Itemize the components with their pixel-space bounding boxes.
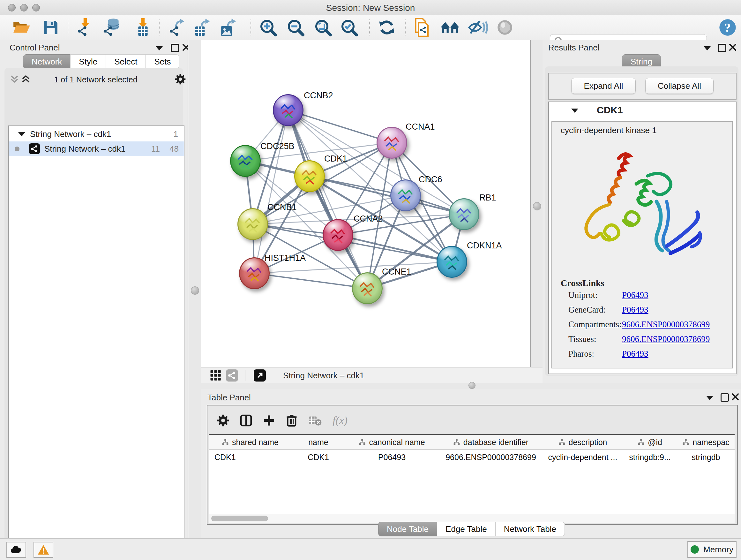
warning-button[interactable] (33, 542, 53, 558)
string-view-icon[interactable] (226, 369, 238, 381)
tree-expander-icon[interactable] (18, 132, 25, 136)
table-cell[interactable]: stringdb (677, 450, 735, 464)
column-header-shared-name[interactable]: shared name (209, 435, 292, 450)
tab-network[interactable]: Network (23, 54, 71, 69)
table-hscrollbar[interactable] (209, 514, 735, 523)
horizontal-splitter-handle[interactable] (468, 382, 475, 389)
network-node-cdkn1a[interactable] (436, 246, 467, 278)
table-cell[interactable]: cyclin-dependent ... (543, 450, 623, 464)
network-node-ccnb1[interactable] (238, 208, 268, 240)
tab-network-table[interactable]: Network Table (495, 522, 565, 537)
cloud-button[interactable] (6, 542, 26, 558)
node-label-ccna2: CCNA2 (354, 214, 383, 224)
collapse-all-networks-icon[interactable] (10, 74, 19, 84)
zoom-out-icon[interactable] (286, 18, 305, 37)
network-node-cdc25b[interactable] (230, 145, 261, 177)
sphere-icon[interactable] (496, 18, 513, 37)
network-row-selected[interactable]: String Network – cdk1 11 48 (9, 141, 184, 156)
tab-node-table[interactable]: Node Table (378, 522, 437, 537)
columns-icon[interactable] (240, 415, 252, 427)
open-session-icon[interactable] (12, 18, 30, 37)
import-network-database-icon[interactable] (103, 18, 123, 37)
plus-icon[interactable] (263, 415, 275, 427)
float-panel-button[interactable] (704, 46, 711, 51)
column-header--id[interactable]: @id (623, 435, 677, 450)
tab-sets[interactable]: Sets (145, 54, 179, 69)
right-splitter[interactable] (530, 40, 543, 383)
memory-button[interactable]: Memory (687, 541, 737, 558)
eye-slash-icon[interactable] (467, 18, 488, 37)
network-collection-row[interactable]: String Network – cdk1 1 (9, 127, 184, 141)
window-title: Session: New Session (0, 3, 741, 13)
table-cell[interactable]: stringdb:9... (623, 450, 677, 464)
table-cell[interactable]: CDK1 (209, 450, 292, 464)
left-splitter[interactable] (188, 40, 202, 538)
float-panel-button[interactable] (156, 46, 163, 51)
network-canvas[interactable]: CCNB2CCNA1CDC25BCDK1CDC6RB1CCNB1CCNA2CDK… (201, 40, 530, 367)
crosslink-link[interactable]: P06493 (622, 349, 649, 359)
delete-table-icon[interactable] (308, 415, 322, 426)
maximize-panel-button[interactable] (718, 44, 726, 52)
import-table-icon[interactable] (135, 18, 151, 37)
column-header-canonical-name[interactable]: canonical name (345, 435, 439, 450)
right-splitter-handle[interactable] (533, 202, 541, 210)
table-cell[interactable]: P06493 (345, 450, 439, 464)
function-icon[interactable]: f(x) (333, 415, 347, 427)
refresh-icon[interactable] (378, 18, 396, 37)
network-edge[interactable] (338, 235, 452, 262)
tab-edge-table[interactable]: Edge Table (437, 522, 495, 537)
column-header-database-identifier[interactable]: database identifier (439, 435, 543, 450)
grid-view-icon[interactable] (210, 370, 221, 381)
column-header-name[interactable]: name (292, 435, 345, 450)
zoom-selected-icon[interactable] (340, 18, 358, 37)
network-options-gear-icon[interactable] (175, 74, 186, 84)
network-node-cdk1[interactable] (294, 160, 325, 192)
zoom-fit-icon[interactable] (314, 18, 332, 37)
tab-style[interactable]: Style (70, 54, 106, 69)
crosslink-link[interactable]: 9606.ENSP00000378699 (622, 334, 710, 344)
crosslink-link[interactable]: P06493 (622, 290, 649, 300)
close-panel-button[interactable] (729, 43, 737, 51)
network-node-rb1[interactable] (449, 198, 479, 230)
crosslink-link[interactable]: P06493 (622, 305, 649, 315)
export-table-icon[interactable] (194, 18, 212, 37)
export-image-icon[interactable] (220, 18, 238, 37)
maximize-panel-button[interactable] (171, 44, 179, 52)
maximize-panel-button[interactable] (721, 393, 729, 401)
expand-all-button[interactable]: Expand All (571, 78, 636, 94)
crosslink-link[interactable]: 9606.ENSP00000378699 (622, 320, 710, 329)
import-network-file-icon[interactable] (77, 18, 94, 37)
network-node-ccnb2[interactable] (273, 94, 304, 126)
horizontal-splitter[interactable] (201, 383, 741, 389)
network-edge[interactable] (254, 110, 288, 273)
network-edge[interactable] (254, 273, 367, 288)
trash-icon[interactable] (286, 414, 297, 427)
network-node-ccna2[interactable] (323, 219, 353, 251)
documents-network-icon[interactable] (414, 18, 431, 37)
network-edge[interactable] (288, 110, 392, 143)
table-hscrollbar-thumb[interactable] (211, 516, 268, 521)
save-session-icon[interactable] (43, 18, 59, 37)
crosslink-label: Compartments: (568, 320, 621, 329)
table-cell[interactable]: 9606.ENSP00000378699 (439, 450, 543, 464)
collapse-all-button[interactable]: Collapse All (645, 78, 714, 94)
export-network-icon[interactable] (169, 18, 186, 37)
houses-icon[interactable] (440, 18, 460, 37)
protein-structure-image (571, 141, 711, 281)
gear-icon[interactable] (217, 415, 229, 427)
open-in-window-icon[interactable] (254, 369, 266, 381)
zoom-in-icon[interactable] (259, 18, 277, 37)
column-header-namespac[interactable]: namespac (677, 435, 735, 450)
help-icon[interactable]: ? (719, 18, 737, 37)
left-splitter-handle[interactable] (191, 287, 199, 295)
column-tree-icon (359, 439, 366, 446)
column-header-description[interactable]: description (543, 435, 623, 450)
network-node-ccna1[interactable] (377, 127, 407, 159)
table-cell[interactable]: CDK1 (292, 450, 345, 464)
tab-select[interactable]: Select (106, 54, 146, 69)
float-panel-button[interactable] (706, 396, 713, 400)
network-node-ccne1[interactable] (352, 272, 383, 304)
collapse-section-icon[interactable] (571, 109, 578, 113)
close-panel-button[interactable] (731, 393, 739, 401)
network-node-cdc6[interactable] (390, 179, 421, 211)
